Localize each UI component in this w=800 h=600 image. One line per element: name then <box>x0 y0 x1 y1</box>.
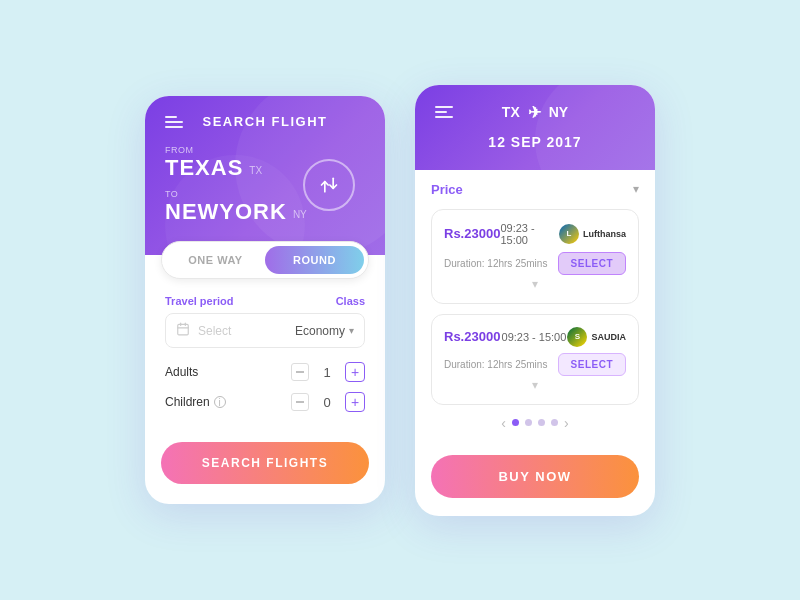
class-label: Class <box>336 295 365 307</box>
adults-value: 1 <box>319 365 335 380</box>
one-way-button[interactable]: ONE WAY <box>166 246 265 274</box>
expand-icon-0[interactable]: ▾ <box>444 277 626 291</box>
hamburger-icon[interactable] <box>165 116 183 128</box>
to-section: To NEWYORK NY <box>165 189 295 225</box>
round-trip-button[interactable]: ROUND <box>265 246 364 274</box>
right-card: TX ✈ NY 12 SEP 2017 Price ▾ Rs.23000 09:… <box>415 85 655 516</box>
svg-rect-0 <box>178 324 189 335</box>
select-button-1[interactable]: SELECT <box>558 353 626 376</box>
next-arrow[interactable]: › <box>564 415 569 431</box>
flight-card-0: Rs.23000 09:23 - 15:00 L Lufthansa Durat… <box>431 209 639 304</box>
flight-date: 12 SEP 2017 <box>435 134 635 150</box>
flight-bottom-0: Duration: 12hrs 25mins SELECT <box>444 252 626 275</box>
from-section: From TEXAS TX <box>165 145 295 181</box>
flight-duration-0: Duration: 12hrs 25mins <box>444 258 547 269</box>
children-minus-button[interactable] <box>291 393 309 411</box>
date-field[interactable]: Select Economy ▾ <box>165 313 365 348</box>
from-city-row: TEXAS TX <box>165 155 295 181</box>
header-title: SEARCH FLIGHT <box>203 114 328 129</box>
left-body: ONE WAY ROUND Travel period Class Select <box>145 241 385 484</box>
flight-top-0: Rs.23000 09:23 - 15:00 L Lufthansa <box>444 222 626 246</box>
economy-text: Economy <box>295 324 345 338</box>
to-city: NEWYORK <box>165 199 287 225</box>
children-label-group: Children i <box>165 395 226 409</box>
airline-logo-0: L Lufthansa <box>559 224 626 244</box>
flight-duration-1: Duration: 12hrs 25mins <box>444 359 547 370</box>
adults-label: Adults <box>165 365 198 379</box>
flight-price-1: Rs.23000 <box>444 329 500 344</box>
right-nav: TX ✈ NY <box>435 103 635 122</box>
airline-name-0: Lufthansa <box>583 229 626 239</box>
from-city: TEXAS <box>165 155 243 181</box>
date-placeholder: Select <box>198 324 287 338</box>
right-hamburger-icon[interactable] <box>435 106 453 118</box>
pagination: ‹ › <box>431 415 639 431</box>
flight-bottom-1: Duration: 12hrs 25mins SELECT <box>444 353 626 376</box>
info-icon: i <box>214 396 226 408</box>
dot-0[interactable] <box>512 419 519 426</box>
adults-minus-button[interactable] <box>291 363 309 381</box>
filter-row[interactable]: Price ▾ <box>431 182 639 197</box>
form-labels-row: Travel period Class <box>165 295 365 307</box>
flight-price-0: Rs.23000 <box>444 226 500 241</box>
children-plus-button[interactable]: + <box>345 392 365 412</box>
flight-time-0: 09:23 - 15:00 <box>500 222 559 246</box>
dot-2[interactable] <box>538 419 545 426</box>
search-flights-button[interactable]: SEARCH FLIGHTS <box>161 442 369 484</box>
saudia-badge: S <box>567 327 587 347</box>
calendar-icon <box>176 322 190 339</box>
route-section: From TEXAS TX To NEWYORK NY <box>165 145 365 225</box>
to-city-row: NEWYORK NY <box>165 199 295 225</box>
nav-from-code: TX <box>502 104 520 120</box>
lufthansa-badge: L <box>559 224 579 244</box>
dot-3[interactable] <box>551 419 558 426</box>
flight-card-1: Rs.23000 09:23 - 15:00 S SAUDIA Duration… <box>431 314 639 405</box>
adults-plus-button[interactable]: + <box>345 362 365 382</box>
prev-arrow[interactable]: ‹ <box>501 415 506 431</box>
flight-time-1: 09:23 - 15:00 <box>502 331 567 343</box>
flight-top-1: Rs.23000 09:23 - 15:00 S SAUDIA <box>444 327 626 347</box>
price-filter-label: Price <box>431 182 463 197</box>
children-label: Children <box>165 395 210 409</box>
children-row: Children i 0 + <box>165 392 365 412</box>
buy-now-button[interactable]: BUY NOW <box>431 455 639 498</box>
plane-icon: ✈ <box>528 103 541 122</box>
right-header: TX ✈ NY 12 SEP 2017 <box>415 85 655 170</box>
travel-period-label: Travel period <box>165 295 233 307</box>
swap-button[interactable] <box>303 159 355 211</box>
toggle-row: ONE WAY ROUND <box>161 241 369 279</box>
to-label: To <box>165 189 295 199</box>
adults-controls: 1 + <box>291 362 365 382</box>
select-button-0[interactable]: SELECT <box>558 252 626 275</box>
header-nav: SEARCH FLIGHT <box>165 114 365 129</box>
nav-route: TX ✈ NY <box>502 103 568 122</box>
nav-to-code: NY <box>549 104 568 120</box>
from-label: From <box>165 145 295 155</box>
to-code: NY <box>293 209 307 220</box>
filter-chevron-icon: ▾ <box>633 182 639 196</box>
airline-name-1: SAUDIA <box>591 332 626 342</box>
airline-logo-1: S SAUDIA <box>567 327 626 347</box>
swap-icon <box>319 175 339 195</box>
chevron-down-icon: ▾ <box>349 325 354 336</box>
right-body: Price ▾ Rs.23000 09:23 - 15:00 L Lufthan… <box>415 170 655 449</box>
expand-icon-1[interactable]: ▾ <box>444 378 626 392</box>
adults-row: Adults 1 + <box>165 362 365 382</box>
dot-1[interactable] <box>525 419 532 426</box>
class-select[interactable]: Economy ▾ <box>295 324 354 338</box>
children-value: 0 <box>319 395 335 410</box>
left-card: SEARCH FLIGHT From TEXAS TX To NEWYORK N… <box>145 96 385 504</box>
children-controls: 0 + <box>291 392 365 412</box>
from-code: TX <box>249 165 262 176</box>
left-header: SEARCH FLIGHT From TEXAS TX To NEWYORK N… <box>145 96 385 255</box>
form-section: Travel period Class Select Economy ▾ <box>145 279 385 438</box>
